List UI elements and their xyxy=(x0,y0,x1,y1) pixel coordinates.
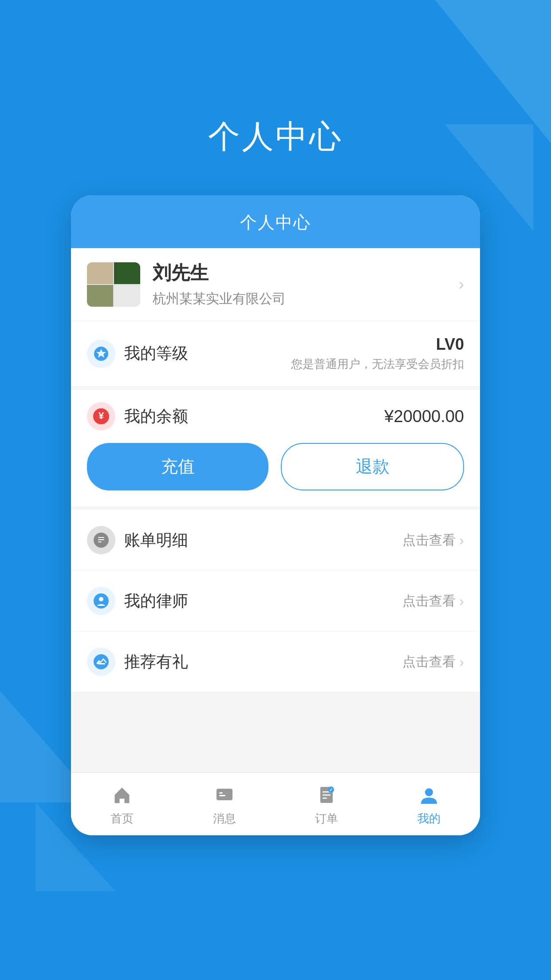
lawyer-icon xyxy=(87,587,115,615)
user-details: 刘先生 杭州某某实业有限公司 xyxy=(153,261,459,308)
level-icon xyxy=(87,340,115,368)
mine-icon xyxy=(417,783,441,806)
user-name: 刘先生 xyxy=(153,261,459,285)
balance-label: 我的余额 xyxy=(124,406,384,427)
svg-text:¥: ¥ xyxy=(98,410,104,421)
level-info: LV0 您是普通用户，无法享受会员折扣 xyxy=(291,335,464,372)
bill-row[interactable]: 账单明细 点击查看 › xyxy=(71,510,480,571)
level-desc: 您是普通用户，无法享受会员折扣 xyxy=(291,356,464,372)
svg-text:✓: ✓ xyxy=(329,787,333,792)
svg-rect-18 xyxy=(323,794,331,796)
avatar xyxy=(87,262,140,307)
refer-action-text: 点击查看 xyxy=(402,653,456,671)
refund-button[interactable]: 退款 xyxy=(281,443,464,490)
balance-row: ¥ 我的余额 ¥20000.00 xyxy=(87,402,464,431)
bill-chevron-icon: › xyxy=(459,532,464,549)
nav-message-label: 消息 xyxy=(213,811,236,826)
refer-label: 推荐有礼 xyxy=(124,651,402,673)
lawyer-label: 我的律师 xyxy=(124,590,402,612)
user-info-row[interactable]: 刘先生 杭州某某实业有限公司 › xyxy=(71,248,480,321)
svg-rect-5 xyxy=(98,537,104,538)
bill-action: 点击查看 › xyxy=(402,531,464,549)
lawyer-action: 点击查看 › xyxy=(402,592,464,610)
svg-rect-6 xyxy=(98,539,104,540)
nav-home-label: 首页 xyxy=(110,811,134,826)
card-header: 个人中心 xyxy=(71,195,480,248)
svg-rect-14 xyxy=(219,795,225,796)
balance-section: ¥ 我的余额 ¥20000.00 充值 退款 xyxy=(71,390,480,510)
nav-home[interactable]: 首页 xyxy=(71,773,173,835)
refer-chevron-icon: › xyxy=(459,654,464,670)
bill-action-text: 点击查看 xyxy=(402,531,456,549)
nav-message[interactable]: 消息 xyxy=(173,773,276,835)
user-company: 杭州某某实业有限公司 xyxy=(153,290,459,308)
level-label: 我的等级 xyxy=(124,343,291,364)
refer-icon xyxy=(87,648,115,676)
lawyer-row[interactable]: 我的律师 点击查看 › xyxy=(71,571,480,632)
bottom-nav: 首页 消息 ✓ xyxy=(71,772,480,835)
lawyer-chevron-icon: › xyxy=(459,593,464,609)
home-icon xyxy=(110,783,134,806)
balance-icon: ¥ xyxy=(87,402,115,431)
bill-label: 账单明细 xyxy=(124,530,402,551)
balance-value: ¥20000.00 xyxy=(384,407,464,426)
svg-point-22 xyxy=(425,788,433,796)
nav-mine[interactable]: 我的 xyxy=(378,773,480,835)
svg-point-9 xyxy=(99,597,103,601)
svg-rect-11 xyxy=(98,663,105,664)
nav-order-label: 订单 xyxy=(315,811,338,826)
message-icon xyxy=(213,783,236,806)
svg-rect-13 xyxy=(219,792,223,794)
phone-card: 个人中心 刘先生 杭州某某实业有限公司 › 我的等级 LV0 您是普通用户，无法… xyxy=(71,195,480,835)
order-icon: ✓ xyxy=(315,783,338,806)
bill-icon xyxy=(87,526,115,554)
level-row[interactable]: 我的等级 LV0 您是普通用户，无法享受会员折扣 xyxy=(71,321,480,390)
page-title: 个人中心 xyxy=(0,115,551,158)
user-info-chevron-icon: › xyxy=(459,275,464,294)
gray-spacer xyxy=(71,692,480,772)
svg-rect-7 xyxy=(98,541,102,542)
nav-mine-label: 我的 xyxy=(417,811,441,826)
svg-rect-19 xyxy=(323,798,327,799)
refer-action: 点击查看 › xyxy=(402,653,464,671)
lawyer-action-text: 点击查看 xyxy=(402,592,456,610)
recharge-button[interactable]: 充值 xyxy=(87,443,268,490)
refer-row[interactable]: 推荐有礼 点击查看 › xyxy=(71,632,480,692)
balance-buttons: 充值 退款 xyxy=(87,443,464,490)
nav-order[interactable]: ✓ 订单 xyxy=(276,773,378,835)
level-value: LV0 xyxy=(291,335,464,354)
